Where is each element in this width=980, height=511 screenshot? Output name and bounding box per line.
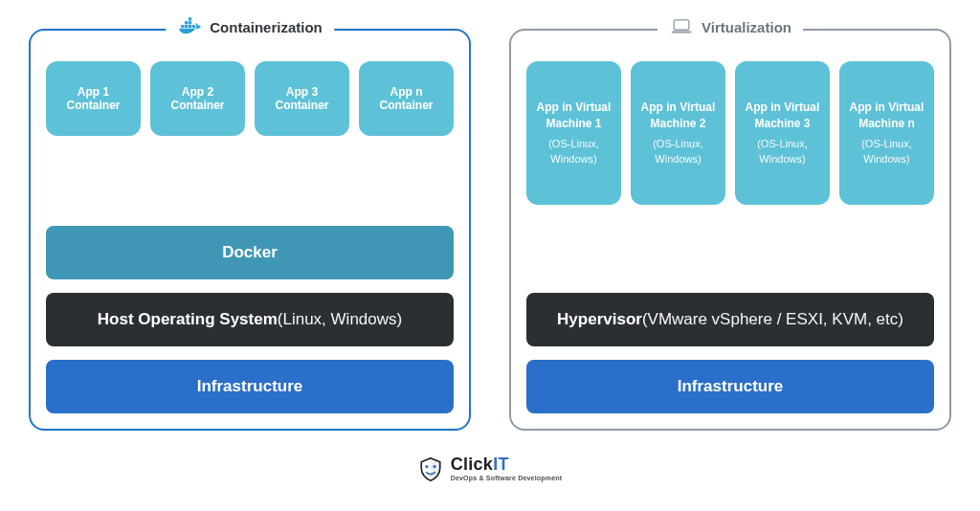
vm-n: App in Virtual Machine n (OS-Linux, Wind… <box>839 61 934 205</box>
svg-rect-8 <box>672 32 692 33</box>
vm-1: App in Virtual Machine 1 (OS-Linux, Wind… <box>526 61 621 205</box>
app-label: Container <box>170 99 224 112</box>
hypervisor-layer: Hypervisor (VMware vSphere / ESXI, KVM, … <box>526 293 934 346</box>
footer-brand: ClickIT DevOps & Software Development <box>29 455 951 481</box>
containerization-title: Containerization <box>166 17 334 36</box>
containerization-title-text: Containerization <box>210 19 323 35</box>
vm-sub: (OS-Linux, Windows) <box>532 137 615 167</box>
virtualization-panel: Virtualization App in Virtual Machine 1 … <box>509 29 951 431</box>
svg-point-9 <box>425 464 428 467</box>
diagram-columns: Containerization App 1 Container App 2 C… <box>29 29 951 431</box>
host-os-layer: Host Operating System (Linux, Windows) <box>46 293 454 346</box>
svg-rect-1 <box>185 25 188 28</box>
docker-layer: Docker <box>46 226 454 279</box>
vm-label: App in Virtual Machine 2 <box>636 100 720 132</box>
svg-rect-2 <box>189 25 191 28</box>
infra-label: Infrastructure <box>678 377 784 396</box>
container-app-row: App 1 Container App 2 Container App 3 Co… <box>46 61 454 136</box>
infrastructure-layer-right: Infrastructure <box>526 360 934 413</box>
vm-3: App in Virtual Machine 3 (OS-Linux, Wind… <box>735 61 830 205</box>
vm-label: App in Virtual Machine 3 <box>741 100 824 132</box>
app-container-3: App 3 Container <box>255 61 349 136</box>
containerization-panel: Containerization App 1 Container App 2 C… <box>29 29 471 431</box>
host-os-bold: Host Operating System <box>98 310 278 329</box>
app-container-2: App 2 Container <box>150 61 245 136</box>
app-label: App 3 <box>286 85 318 99</box>
vm-label: App in Virtual Machine n <box>845 100 928 132</box>
svg-rect-6 <box>189 17 191 20</box>
vm-label: App in Virtual Machine 1 <box>532 100 615 132</box>
infrastructure-layer-left: Infrastructure <box>46 360 454 413</box>
docker-icon <box>177 17 202 36</box>
host-os-light: (Linux, Windows) <box>278 310 402 329</box>
brand-name: ClickIT <box>451 455 563 473</box>
vm-app-row: App in Virtual Machine 1 (OS-Linux, Wind… <box>526 61 934 205</box>
hypervisor-bold: Hypervisor <box>557 310 642 329</box>
infra-label: Infrastructure <box>197 377 303 396</box>
app-label: App 2 <box>182 85 213 99</box>
footer-text: ClickIT DevOps & Software Development <box>451 455 563 481</box>
svg-rect-0 <box>181 25 184 28</box>
brand-tagline: DevOps & Software Development <box>451 475 563 481</box>
svg-rect-4 <box>185 21 188 24</box>
app-container-1: App 1 Container <box>46 61 141 136</box>
app-label: Container <box>379 99 433 112</box>
svg-rect-3 <box>192 25 195 28</box>
app-label: App n <box>390 85 423 99</box>
hypervisor-light: (VMware vSphere / ESXI, KVM, etc) <box>642 310 903 329</box>
clickit-shield-icon <box>418 456 443 481</box>
brand-part-a: Click <box>451 455 494 474</box>
app-label: App 1 <box>78 85 109 99</box>
app-label: Container <box>275 99 328 112</box>
brand-part-b: IT <box>493 455 509 474</box>
vm-sub: (OS-Linux, Windows) <box>845 137 928 167</box>
app-label: Container <box>66 99 120 112</box>
svg-rect-5 <box>189 21 191 24</box>
virtualization-title-text: Virtualization <box>702 19 791 35</box>
docker-label: Docker <box>222 243 278 262</box>
app-container-n: App n Container <box>359 61 454 136</box>
vm-sub: (OS-Linux, Windows) <box>741 137 824 167</box>
svg-rect-7 <box>674 20 689 30</box>
vm-sub: (OS-Linux, Windows) <box>636 137 720 167</box>
vm-2: App in Virtual Machine 2 (OS-Linux, Wind… <box>631 61 725 205</box>
laptop-icon <box>669 17 694 36</box>
virtualization-title: Virtualization <box>657 17 803 36</box>
